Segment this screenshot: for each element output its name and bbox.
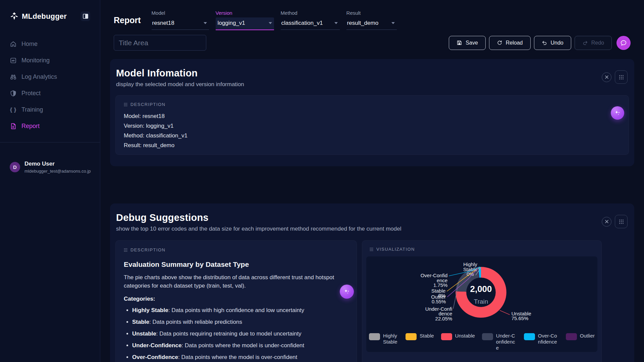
card-title: Model Infomation	[116, 68, 244, 79]
legend-item[interactable]: Under-Confidence	[482, 333, 517, 351]
version-selector: Version logging_v1	[216, 10, 274, 30]
drag-handle-button[interactable]	[615, 215, 628, 228]
visualization-panel: VISUALIZATION 2,000TrainHighlyStable0%St…	[362, 240, 602, 362]
legend-item[interactable]: Stable	[406, 333, 434, 340]
ai-assist-button[interactable]	[611, 106, 624, 120]
list-item: Over-Confidence: Data points where the m…	[124, 354, 348, 361]
sidebar-item-monitoring[interactable]: Monitoring	[0, 52, 100, 69]
redo-icon	[582, 40, 588, 46]
drag-dots-icon	[124, 103, 127, 107]
sparkles-icon	[343, 288, 351, 296]
chevron-down-icon	[334, 22, 338, 24]
legend-swatch	[566, 333, 577, 340]
sidebar-item-protect[interactable]: Protect	[0, 85, 100, 102]
monitoring-icon	[10, 57, 17, 64]
legend-swatch	[406, 333, 417, 340]
user-email: mldebugger_test@adansons.co.jp	[24, 169, 91, 174]
drag-dots-icon	[370, 247, 373, 251]
drag-dots-icon	[619, 219, 624, 224]
page-title: Report	[114, 15, 141, 25]
legend-label: Unstable	[455, 333, 475, 339]
version-selector-label: Version	[216, 10, 274, 16]
shield-icon	[10, 90, 17, 97]
chat-button[interactable]	[616, 36, 631, 50]
braces-icon: { }	[10, 107, 17, 113]
sidebar-item-home[interactable]: Home	[0, 36, 100, 52]
toolbar: Save Reload Undo Redo	[114, 35, 631, 51]
method-line: Method: classification_v1	[124, 131, 621, 140]
list-item: Highly Stable: Data points with high con…	[124, 307, 348, 314]
model-selector-value[interactable]: resnet18	[152, 17, 209, 30]
close-card-button[interactable]	[602, 217, 611, 227]
list-item: Under-Confidence: Data points where the …	[124, 342, 348, 349]
evaluation-paragraph: The pie charts above show the distributi…	[124, 273, 342, 290]
sidebar-item-log-analytics[interactable]: Log Analytics	[0, 69, 100, 85]
sidebar-item-report[interactable]: Report	[0, 118, 100, 134]
binoculars-icon	[10, 73, 17, 80]
legend-swatch	[482, 333, 493, 340]
sidebar: MLdebugger Home Monitoring	[0, 0, 100, 362]
legend-item[interactable]: Outlier	[566, 333, 595, 340]
leader-line	[500, 310, 510, 315]
card-subtitle: show the top 10 error codes and the data…	[116, 226, 401, 232]
user-name: Demo User	[24, 161, 91, 167]
legend-label: Under-Confidence	[496, 333, 517, 351]
model-selector: Model resnet18	[152, 10, 209, 30]
panel-label: DESCRIPTION	[124, 102, 621, 107]
sidebar-item-label: Monitoring	[21, 57, 50, 64]
legend-swatch	[369, 333, 380, 340]
sidebar-collapse-button[interactable]	[80, 11, 90, 21]
method-selector-value[interactable]: classification_v1	[281, 17, 340, 30]
drag-dots-icon	[124, 248, 127, 252]
reload-button[interactable]: Reload	[489, 36, 531, 50]
legend-swatch	[441, 333, 452, 340]
categories-list: Highly Stable: Data points with high con…	[124, 307, 348, 361]
debug-suggestions-card: Debug Suggestions show the top 10 error …	[110, 203, 634, 362]
page-header: Report Model resnet18 Version logging_v1…	[114, 10, 631, 30]
panel-toggle-icon	[83, 14, 88, 19]
legend-label: Stable	[420, 333, 434, 339]
report-doc-icon	[10, 123, 17, 130]
reload-icon	[497, 40, 502, 46]
model-information-card: Model Infomation display the selected mo…	[110, 59, 634, 166]
legend-item[interactable]: Over-Confidence	[524, 333, 559, 345]
title-input[interactable]	[114, 35, 206, 51]
legend-label: Over-Confidence	[538, 333, 559, 345]
sidebar-item-training[interactable]: { } Training	[0, 102, 100, 118]
result-selector: Result result_demo	[346, 10, 397, 30]
version-selector-value[interactable]: logging_v1	[216, 17, 274, 30]
legend-item[interactable]: Unstable	[441, 333, 475, 340]
sidebar-nav: Home Monitoring Log Analytics Protect {	[0, 36, 100, 134]
drag-handle-button[interactable]	[615, 70, 628, 84]
donut-center-label: Train	[474, 298, 488, 305]
chat-bubble-icon	[620, 39, 627, 47]
save-button[interactable]: Save	[449, 36, 485, 50]
app-name: MLdebugger	[22, 12, 67, 21]
drag-dots-icon	[619, 75, 624, 80]
undo-button[interactable]: Undo	[534, 36, 571, 50]
description-panel: DESCRIPTION Evaluation Summary by Datase…	[115, 240, 357, 362]
ai-assist-button[interactable]	[340, 285, 354, 299]
sidebar-item-label: Log Analytics	[21, 73, 57, 80]
categories-label: Categories:	[124, 296, 348, 302]
model-line: Model: resnet18	[124, 111, 621, 121]
close-card-button[interactable]	[602, 72, 611, 82]
slice-callout-label: Unstable75.65%	[512, 311, 531, 321]
sidebar-item-label: Protect	[21, 90, 41, 97]
description-panel: DESCRIPTION Model: resnet18 Version: log…	[115, 95, 629, 155]
card-title: Debug Suggestions	[116, 212, 401, 223]
legend-item[interactable]: Highly Stable	[369, 333, 398, 345]
close-icon	[605, 220, 609, 224]
chevron-down-icon	[204, 22, 207, 24]
list-item: Unstable: Data points requiring retraini…	[124, 330, 348, 337]
user-profile: D Demo User mldebugger_test@adansons.co.…	[10, 161, 90, 174]
sidebar-item-label: Report	[21, 123, 40, 130]
donut-chart: 2,000TrainHighlyStable0%Stable0%Unstable…	[366, 256, 597, 352]
redo-button[interactable]: Redo	[575, 36, 612, 50]
donut-chart-svg: 2,000TrainHighlyStable0%Stable0%Unstable…	[366, 258, 597, 331]
sidebar-divider	[0, 142, 100, 142]
undo-icon	[542, 40, 547, 46]
selectors: Model resnet18 Version logging_v1 Method…	[152, 10, 397, 30]
avatar: D	[10, 162, 20, 172]
result-selector-value[interactable]: result_demo	[346, 17, 397, 30]
